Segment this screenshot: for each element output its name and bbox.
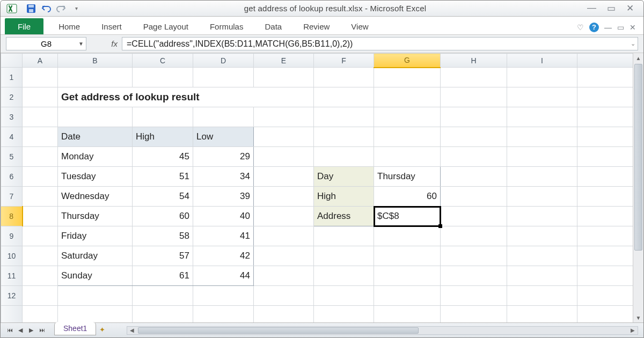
sheet-nav-buttons[interactable]: ⏮ ◀ ▶ ⏭ <box>1 327 47 334</box>
row-header-8[interactable]: 8 <box>1 207 23 226</box>
lookup-label-address[interactable]: Address <box>314 207 374 226</box>
cell[interactable]: 42 <box>193 246 253 266</box>
lookup-label-high[interactable]: High <box>314 187 374 206</box>
row-header-4[interactable]: 4 <box>1 127 23 147</box>
col-header-overflow[interactable] <box>577 54 642 68</box>
row-header-12[interactable]: 12 <box>1 286 23 306</box>
formula-expand-icon[interactable]: ⌄ <box>631 40 635 47</box>
cell[interactable]: Friday <box>58 226 132 246</box>
selected-cell-G8[interactable]: $C$8 <box>374 207 441 226</box>
prev-sheet-icon[interactable]: ◀ <box>16 327 25 334</box>
row-header-9[interactable]: 9 <box>1 226 23 246</box>
scroll-down-icon[interactable]: ▼ <box>633 313 643 324</box>
col-header-G[interactable]: G <box>374 54 441 68</box>
lookup-value-address[interactable]: $C$8 <box>374 207 440 226</box>
cell[interactable]: 29 <box>193 147 253 166</box>
cell[interactable]: 45 <box>133 147 193 166</box>
cell[interactable]: 61 <box>133 266 193 285</box>
worksheet-area[interactable]: A B C D E F G H I 1 2 Get address of loo… <box>1 53 643 324</box>
cell[interactable]: 41 <box>193 226 253 246</box>
tab-page-layout[interactable]: Page Layout <box>133 18 199 34</box>
lookup-value-day[interactable]: Thursday <box>374 167 440 186</box>
cell[interactable]: 44 <box>193 266 253 285</box>
col-header-A[interactable]: A <box>23 54 58 68</box>
row-header-10[interactable]: 10 <box>1 246 23 266</box>
cell[interactable]: 51 <box>133 167 193 186</box>
cell[interactable]: 60 <box>133 207 193 226</box>
cell[interactable]: Wednesday <box>58 187 132 206</box>
cell[interactable]: Sunday <box>58 266 132 285</box>
ribbon-options-icon[interactable]: ♡ <box>577 23 584 32</box>
row-header-5[interactable]: 5 <box>1 147 23 167</box>
cell[interactable]: 57 <box>133 246 193 266</box>
scroll-thumb[interactable] <box>634 64 642 251</box>
tab-home[interactable]: Home <box>48 18 91 34</box>
vertical-scrollbar[interactable]: ▲ ▼ <box>633 53 643 324</box>
help-icon[interactable]: ? <box>589 23 599 32</box>
next-sheet-icon[interactable]: ▶ <box>26 327 36 334</box>
lookup-label-day[interactable]: Day <box>314 167 374 186</box>
row-header-7[interactable]: 7 <box>1 187 23 207</box>
last-sheet-icon[interactable]: ⏭ <box>37 327 47 334</box>
row-header-11[interactable]: 11 <box>1 266 23 286</box>
cell[interactable]: 39 <box>193 187 253 206</box>
col-header-I[interactable]: I <box>507 54 577 68</box>
table-header-high[interactable]: High <box>133 127 193 146</box>
col-header-C[interactable]: C <box>133 54 193 68</box>
title-cell[interactable]: Get address of lookup result <box>58 87 313 107</box>
excel-app-icon[interactable] <box>5 3 19 14</box>
cell[interactable]: 34 <box>193 167 253 186</box>
tab-formulas[interactable]: Formulas <box>199 18 254 34</box>
tab-insert[interactable]: Insert <box>91 18 133 34</box>
col-header-H[interactable]: H <box>441 54 507 68</box>
close-icon[interactable]: ✕ <box>626 3 634 14</box>
col-header-E[interactable]: E <box>254 54 314 68</box>
qat-customize-icon[interactable]: ▾ <box>69 3 83 14</box>
table-header-low[interactable]: Low <box>193 127 253 146</box>
grid[interactable]: A B C D E F G H I 1 2 Get address of loo… <box>1 53 642 324</box>
tab-view[interactable]: View <box>340 18 379 34</box>
sheet-tab-sheet1[interactable]: Sheet1 <box>54 322 96 335</box>
name-box-dropdown-icon[interactable]: ▼ <box>78 41 84 47</box>
lookup-value-high[interactable]: 60 <box>374 187 440 206</box>
file-tab[interactable]: File <box>5 18 43 34</box>
cell[interactable]: Monday <box>58 147 132 166</box>
cell[interactable]: 40 <box>193 207 253 226</box>
tab-data[interactable]: Data <box>254 18 292 34</box>
cell[interactable]: 54 <box>133 187 193 206</box>
maximize-icon[interactable]: ▭ <box>607 3 616 14</box>
save-icon[interactable] <box>24 3 38 14</box>
scroll-left-icon[interactable]: ◀ <box>127 327 137 334</box>
row-header-1[interactable]: 1 <box>1 68 23 87</box>
scroll-right-icon[interactable]: ▶ <box>628 327 638 334</box>
col-header-D[interactable]: D <box>193 54 254 68</box>
redo-icon[interactable] <box>54 3 68 14</box>
scroll-up-icon[interactable]: ▲ <box>633 53 643 64</box>
table-header-date[interactable]: Date <box>58 127 132 146</box>
row-header-6[interactable]: 6 <box>1 167 23 187</box>
cell[interactable]: 58 <box>133 226 193 246</box>
new-sheet-icon[interactable]: ✦ <box>99 326 105 334</box>
hscroll-thumb[interactable] <box>138 327 419 334</box>
col-header-B[interactable]: B <box>58 54 133 68</box>
fx-label[interactable]: fx <box>86 35 122 53</box>
cell[interactable]: Thursday <box>58 207 132 226</box>
first-sheet-icon[interactable]: ⏮ <box>5 327 14 334</box>
ribbon-min-icon[interactable]: ― <box>604 23 612 32</box>
undo-icon[interactable] <box>39 3 53 14</box>
ribbon: File Home Insert Page Layout Formulas Da… <box>1 17 643 35</box>
row-header-overflow[interactable] <box>1 306 23 324</box>
col-header-F[interactable]: F <box>314 54 374 68</box>
ribbon-restore-icon[interactable]: ▭ <box>617 23 624 32</box>
select-all-corner[interactable] <box>1 54 23 68</box>
row-header-3[interactable]: 3 <box>1 107 23 127</box>
name-box[interactable]: G8 ▼ <box>6 37 86 50</box>
ribbon-close-icon[interactable]: ✕ <box>630 23 636 32</box>
minimize-icon[interactable]: ― <box>587 3 596 14</box>
cell[interactable]: Tuesday <box>58 167 132 186</box>
formula-input[interactable]: =CELL("address",INDEX(B5:D11,MATCH(G6,B5… <box>122 37 638 50</box>
horizontal-scrollbar[interactable]: ◀ ▶ <box>127 326 638 335</box>
tab-review[interactable]: Review <box>292 18 340 34</box>
row-header-2[interactable]: 2 <box>1 87 23 107</box>
cell[interactable]: Saturday <box>58 246 132 266</box>
